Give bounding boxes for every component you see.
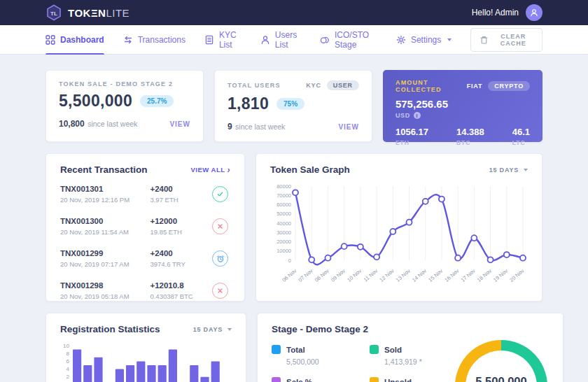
svg-text:10 Nov: 10 Nov [346, 267, 363, 283]
svg-text:70000: 70000 [276, 192, 291, 199]
info-icon[interactable] [414, 112, 421, 119]
view-all-label: VIEW ALL [190, 166, 225, 174]
clear-cache-label: CLEAR CACHE [493, 33, 533, 47]
token-sale-graph-card: Token Sale Graph 15 DAYS 010000200003000… [255, 153, 542, 302]
crypto-amount: 1056.17 ETH [396, 127, 428, 146]
card-title: Token Sale Graph [270, 164, 350, 175]
svg-text:19 Nov: 19 Nov [492, 267, 509, 283]
svg-text:15 Nov: 15 Nov [427, 267, 444, 283]
stage-donut-chart: 5,500,000 TLE [455, 340, 547, 382]
svg-text:TL: TL [50, 10, 57, 17]
swap-arrows-icon [123, 35, 133, 45]
view-link[interactable]: VIEW [169, 120, 190, 128]
delta-value: 9 [227, 122, 232, 132]
tx-id: TNX001301 [60, 185, 150, 193]
crypto-unit: LTC [512, 139, 530, 146]
tab-kyc-list[interactable]: KYC List [204, 25, 241, 54]
card-title: Recent Transaction [60, 164, 148, 175]
delta-value: 10,800 [59, 119, 85, 129]
stage-summary-card: Stage - Demo Stage 2 Total 5,500,000 Sol… [257, 313, 564, 382]
svg-text:13 Nov: 13 Nov [395, 267, 412, 283]
status-rejected-icon[interactable] [212, 218, 228, 234]
chevron-down-icon [524, 169, 528, 171]
legend-swatch-unsold [370, 377, 379, 382]
stats-row: TOKEN SALE - DEMO STAGE 2 5,500,000 25.7… [46, 70, 542, 142]
kyc-toggle[interactable]: KYC [306, 82, 321, 89]
tx-date: 20 Nov, 2019 12:16 PM [60, 196, 150, 204]
svg-text:16 Nov: 16 Nov [443, 267, 460, 283]
legend-item: Sale % 25.7% Sold [272, 377, 357, 382]
range-label: 15 DAYS [193, 326, 223, 333]
legend-swatch-total [272, 345, 281, 354]
svg-text:08 Nov: 08 Nov [314, 267, 330, 283]
table-row[interactable]: TNX001298 20 Nov, 2019 05:18 AM +12010.8… [60, 274, 230, 306]
table-row[interactable]: TNX001301 20 Nov, 2019 12:16 PM +2400 3.… [60, 178, 230, 210]
range-dropdown[interactable]: 15 DAYS [489, 167, 528, 174]
svg-text:30000: 30000 [276, 229, 291, 236]
card-title: Stage - Demo Stage 2 [272, 324, 368, 334]
brand-name-light: LITE [106, 7, 130, 19]
amount-unit: USD [396, 112, 410, 119]
card-label: TOTAL USERS [227, 82, 281, 89]
card-label: TOKEN SALE - DEMO STAGE 2 [59, 80, 173, 87]
svg-text:20 Nov: 20 Nov [508, 267, 525, 283]
svg-text:0: 0 [288, 257, 291, 264]
total-users-badge: 75% [276, 98, 304, 110]
crypto-amount: 14.388 BTC [456, 127, 484, 146]
status-confirmed-icon[interactable] [212, 186, 228, 202]
tx-currency: 19.85 ETH [150, 228, 212, 236]
tab-settings[interactable]: Settings [396, 25, 451, 54]
range-dropdown[interactable]: 15 DAYS [193, 326, 232, 333]
transactions-list: TNX001301 20 Nov, 2019 12:16 PM +2400 3.… [60, 178, 230, 306]
svg-text:40000: 40000 [276, 220, 291, 227]
tx-amount: +12000 [150, 217, 212, 225]
svg-text:80000: 80000 [276, 183, 291, 190]
card-title: Registration Statistics [60, 324, 160, 334]
tab-label: KYC List [219, 30, 241, 50]
tx-amount: +2400 [150, 185, 212, 193]
svg-text:20000: 20000 [276, 239, 291, 245]
chevron-down-icon [447, 38, 451, 41]
crypto-value: 14.388 [456, 127, 484, 137]
status-rejected-icon[interactable] [212, 283, 228, 299]
table-row[interactable]: TNX001299 20 Nov, 2019 07:17 AM +2400 39… [60, 242, 230, 274]
svg-text:50000: 50000 [276, 211, 291, 217]
clear-cache-button[interactable]: CLEAR CACHE [470, 28, 542, 52]
tx-amount: +12010.8 [150, 281, 212, 290]
legend-label: Total [286, 346, 305, 354]
table-row[interactable]: TNX001300 20 Nov, 2019 11:54 AM +12000 1… [60, 210, 230, 242]
fiat-toggle[interactable]: FIAT [467, 83, 483, 90]
tab-label: Settings [411, 35, 441, 45]
brand-name-bold: TOKΞN [68, 7, 106, 19]
legend-label: Unsold [384, 378, 412, 382]
svg-text:10: 10 [63, 343, 69, 349]
amount-value: 575,256.65 [396, 98, 530, 110]
tab-transactions[interactable]: Transactions [123, 25, 186, 54]
token-sale-card: TOKEN SALE - DEMO STAGE 2 5,500,000 25.7… [46, 70, 204, 142]
tx-id: TNX001298 [60, 281, 150, 290]
tx-amount: +2400 [150, 249, 212, 257]
view-all-link[interactable]: VIEW ALL [190, 166, 230, 174]
brand-logo[interactable]: TL TOKΞNLITE [46, 4, 130, 21]
crypto-unit: ETH [396, 139, 428, 146]
chevron-right-icon [227, 166, 231, 174]
dashboard-content: TOKEN SALE - DEMO STAGE 2 5,500,000 25.7… [0, 55, 588, 382]
legend-swatch-sold [370, 345, 379, 354]
tx-id: TNX001300 [60, 217, 150, 225]
view-link[interactable]: VIEW [338, 123, 359, 131]
tab-ico-sto-stage[interactable]: ICO/STO Stage [320, 25, 377, 54]
tab-label: ICO/STO Stage [335, 30, 377, 50]
crypto-toggle[interactable]: CRYPTO [488, 81, 530, 91]
legend-value: 1,413,919 * [384, 358, 455, 366]
svg-text:17 Nov: 17 Nov [460, 267, 477, 283]
tx-currency: 0.430387 BTC [150, 292, 212, 300]
user-toggle[interactable]: USER [327, 80, 359, 90]
legend-value: 5,500,000 [286, 358, 357, 366]
status-pending-clock-icon[interactable] [212, 250, 228, 267]
svg-text:11 Nov: 11 Nov [363, 267, 379, 283]
legend-item: Unsold 4,086,082 [370, 377, 455, 382]
tab-dashboard[interactable]: Dashboard [46, 25, 104, 54]
tab-users-list[interactable]: Users List [260, 25, 301, 54]
avatar[interactable] [526, 4, 542, 21]
svg-text:2: 2 [66, 374, 70, 380]
